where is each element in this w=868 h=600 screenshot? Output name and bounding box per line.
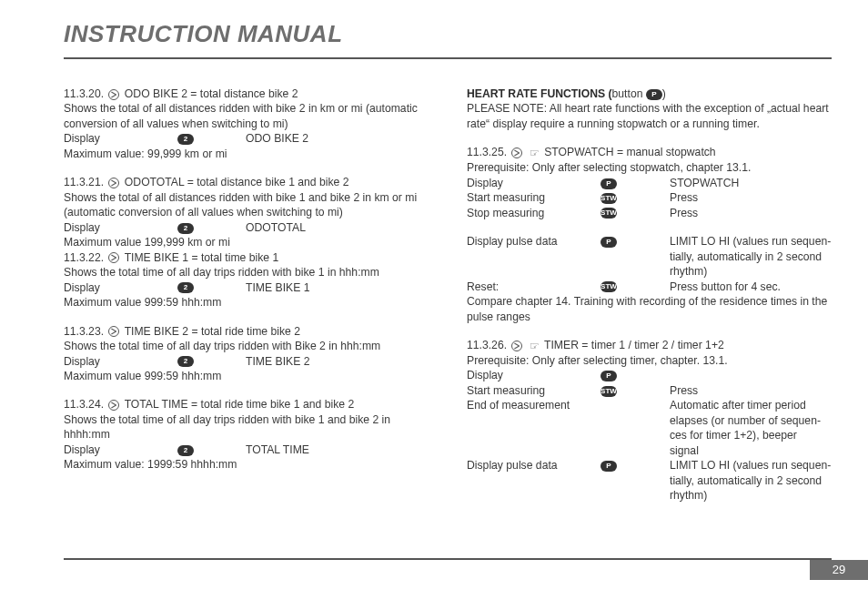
page-title: INSTRUCTION MANUAL	[64, 20, 832, 48]
display-label: Display	[64, 220, 177, 235]
value: Press	[670, 190, 832, 205]
s23-title: TIME BIKE 2 = total ride time bike 2	[125, 325, 300, 338]
s26-end-l2: elapses (or number of sequen-	[467, 413, 832, 428]
two-icon: 2	[177, 134, 194, 145]
s20-num: 11.3.20.	[64, 87, 104, 100]
display-label: Display	[64, 280, 177, 295]
s22-heading: 11.3.22. TIME BIKE 1 = total time bike 1	[64, 250, 429, 265]
s22-max: Maximum value 999:59 hhh:mm	[64, 295, 429, 310]
bike-icon	[108, 252, 119, 263]
s25-pulse-l3: rhythm)	[467, 264, 832, 279]
two-icon: 2	[177, 282, 194, 293]
s25-prereq: Prerequisite: Only after selecting stopw…	[467, 160, 832, 175]
p-icon: P	[601, 371, 617, 381]
s26-pulse-l3: rhythm)	[467, 488, 832, 503]
s22-desc: Shows the total time of all day trips ri…	[64, 265, 429, 280]
display-label: Display	[64, 131, 177, 146]
bike-icon	[108, 400, 119, 411]
s21-num: 11.3.21.	[64, 176, 104, 188]
p-icon: P	[646, 89, 662, 100]
two-icon: 2	[177, 445, 194, 456]
label: End of measurement	[467, 398, 601, 412]
display-label: Display	[64, 354, 177, 369]
bike-icon	[511, 147, 522, 158]
label: Start measuring	[467, 190, 601, 205]
hand-icon: ☞	[530, 339, 540, 353]
page-number: 29	[810, 560, 868, 580]
value: Press button for 4 sec.	[670, 280, 832, 294]
label: Stop measuring	[467, 206, 601, 220]
stw-icon: STW	[601, 386, 617, 397]
s25-pulse: Display pulse data P LIMIT LO HI (values…	[467, 234, 832, 249]
bike-icon	[511, 341, 522, 351]
s25-pulse-l2: tially, automatically in 2 second	[467, 249, 832, 264]
value: Press	[670, 206, 832, 220]
s26-end-l3: ces for timer 1+2), beeper	[467, 428, 832, 442]
display-label: Display	[64, 442, 177, 457]
hand-icon: ☞	[530, 146, 540, 160]
s25-start: Start measuring STW Press	[467, 190, 832, 205]
p-icon: P	[601, 237, 617, 248]
hr-end: )	[662, 87, 666, 100]
hr-bold: HEART RATE FUNCTIONS (	[467, 87, 612, 100]
hr-note: PLEASE NOTE: All heart rate functions wi…	[467, 101, 832, 131]
content-columns: 11.3.20. ODO BIKE 2 = total distance bik…	[64, 86, 832, 503]
display-value: ODO BIKE 2	[246, 131, 429, 146]
s25-num: 11.3.25.	[467, 146, 507, 158]
s21-title: ODOTOTAL = total distance bike 1 and bik…	[125, 176, 349, 188]
hr-heading: HEART RATE FUNCTIONS (button P)	[467, 86, 832, 101]
s26-title: TIMER = timer 1 / timer 2 / timer 1+2	[544, 339, 724, 351]
s21-desc: Shows the total of all distances ridden …	[64, 190, 429, 220]
footer-rule	[64, 558, 832, 560]
bike-icon	[108, 326, 119, 337]
s21-max: Maximum value 199,999 km or mi	[64, 235, 429, 249]
s26-num: 11.3.26.	[467, 339, 507, 351]
right-column: HEART RATE FUNCTIONS (button P) PLEASE N…	[467, 86, 832, 503]
s25-reset: Reset: STW Press button for 4 sec.	[467, 280, 832, 294]
value: STOPWATCH	[670, 176, 832, 190]
s24-max: Maximum value: 1999:59 hhhh:mm	[64, 457, 429, 472]
hr-rest: button	[612, 87, 643, 100]
s23-num: 11.3.23.	[64, 325, 104, 338]
s26-start: Start measuring STW Press	[467, 383, 832, 398]
value: LIMIT LO HI (values run sequen-	[670, 458, 832, 473]
value: LIMIT LO HI (values run sequen-	[670, 234, 832, 249]
s22-display-row: Display 2 TIME BIKE 1	[64, 280, 429, 295]
s23-display-row: Display 2 TIME BIKE 2	[64, 354, 429, 369]
footer: 29	[0, 558, 868, 587]
left-column: 11.3.20. ODO BIKE 2 = total distance bik…	[64, 86, 429, 503]
s24-display-row: Display 2 TOTAL TIME	[64, 442, 429, 457]
s25-stop: Stop measuring STW Press	[467, 206, 832, 220]
s20-desc: Shows the total of all distances ridden …	[64, 101, 429, 131]
stw-icon: STW	[601, 281, 617, 292]
label: Display	[467, 176, 601, 190]
s25-display: Display P STOPWATCH	[467, 176, 832, 190]
display-value: TOTAL TIME	[246, 442, 429, 457]
s24-desc: Shows the total time of all day trips ri…	[64, 412, 429, 442]
s26-end: End of measurement Automatic after timer…	[467, 398, 832, 412]
label: Display	[467, 368, 601, 382]
manual-page: INSTRUCTION MANUAL 11.3.20. ODO BIKE 2 =…	[0, 0, 868, 600]
display-value: TIME BIKE 2	[246, 354, 429, 369]
two-icon: 2	[177, 223, 194, 234]
s20-title: ODO BIKE 2 = total distance bike 2	[125, 87, 298, 100]
p-icon: P	[601, 461, 617, 472]
display-value: ODOTOTAL	[246, 220, 429, 235]
bike-icon	[108, 178, 119, 188]
p-icon: P	[601, 178, 617, 189]
s25-title: STOPWATCH = manual stopwatch	[544, 146, 715, 158]
s26-heading: 11.3.26. ☞ TIMER = timer 1 / timer 2 / t…	[467, 338, 832, 353]
stw-icon: STW	[601, 193, 617, 204]
s24-num: 11.3.24.	[64, 398, 104, 411]
stw-icon: STW	[601, 208, 617, 219]
label: Display pulse data	[467, 234, 601, 249]
s22-num: 11.3.22.	[64, 251, 104, 264]
value: Automatic after timer period	[670, 398, 832, 412]
s26-end-l4: signal	[467, 443, 832, 458]
s24-heading: 11.3.24. TOTAL TIME = total ride time bi…	[64, 397, 429, 412]
value	[670, 368, 832, 382]
s20-display-row: Display 2 ODO BIKE 2	[64, 131, 429, 146]
s26-prereq: Prerequisite: Only after selecting timer…	[467, 353, 832, 368]
label: Display pulse data	[467, 458, 601, 473]
s20-heading: 11.3.20. ODO BIKE 2 = total distance bik…	[64, 86, 429, 101]
